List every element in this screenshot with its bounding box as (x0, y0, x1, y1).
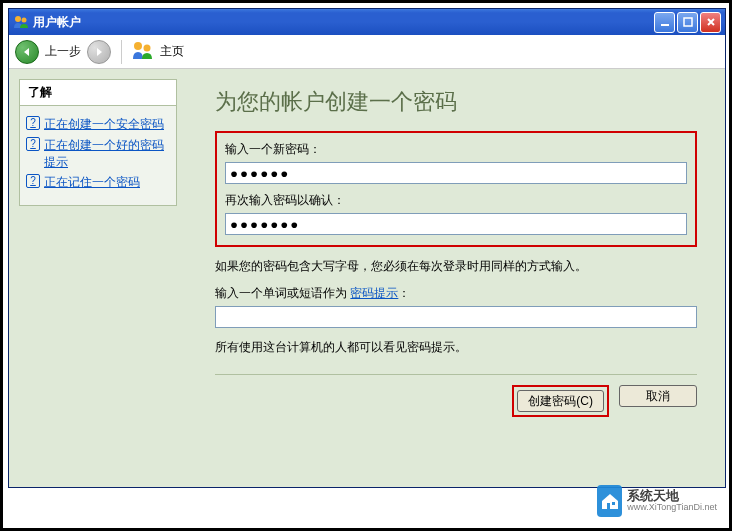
confirm-password-input[interactable] (225, 213, 687, 235)
svg-point-0 (15, 16, 21, 22)
watermark: 系统天地 www.XiTongTianDi.net (597, 484, 717, 518)
password-highlight-box: 输入一个新密码： 再次输入密码以确认： (215, 131, 697, 247)
svg-point-1 (22, 18, 27, 23)
password-hint-label: 输入一个单词或短语作为 密码提示： (215, 285, 697, 302)
maximize-button[interactable] (677, 12, 698, 33)
forward-button (87, 40, 111, 64)
users-icon (13, 14, 29, 30)
learn-panel-header: 了解 (20, 80, 176, 106)
button-row: 创建密码(C) 取消 (215, 385, 697, 417)
body-area: 了解 ? 正在创建一个安全密码 ? 正在创建一个好的密码提示 ? 正在记住一个密 (9, 69, 725, 487)
help-link-password-hint[interactable]: ? 正在创建一个好的密码提示 (26, 137, 170, 171)
divider (215, 374, 697, 375)
caps-lock-note: 如果您的密码包含大写字母，您必须在每次登录时用同样的方式输入。 (215, 257, 697, 275)
minimize-button[interactable] (654, 12, 675, 33)
new-password-label: 输入一个新密码： (225, 141, 687, 158)
help-icon: ? (26, 137, 40, 151)
home-icon (132, 40, 154, 63)
help-icon: ? (26, 174, 40, 188)
svg-point-4 (134, 42, 142, 50)
help-icon: ? (26, 116, 40, 130)
back-label[interactable]: 上一步 (45, 43, 81, 60)
help-link-secure-password[interactable]: ? 正在创建一个安全密码 (26, 116, 170, 133)
create-button-highlight: 创建密码(C) (512, 385, 609, 417)
hint-visibility-note: 所有使用这台计算机的人都可以看见密码提示。 (215, 338, 697, 356)
content-area: 为您的帐户创建一个密码 输入一个新密码： 再次输入密码以确认： 如果您的密码包含… (187, 69, 725, 487)
create-password-button[interactable]: 创建密码(C) (517, 390, 604, 412)
home-label[interactable]: 主页 (160, 43, 184, 60)
sidebar: 了解 ? 正在创建一个安全密码 ? 正在创建一个好的密码提示 ? 正在记住一个密 (9, 69, 187, 487)
page-title: 为您的帐户创建一个密码 (215, 87, 697, 117)
help-link-label: 正在创建一个安全密码 (44, 116, 164, 133)
window-title: 用户帐户 (33, 14, 652, 31)
cancel-button[interactable]: 取消 (619, 385, 697, 407)
help-link-label: 正在记住一个密码 (44, 174, 140, 191)
titlebar[interactable]: 用户帐户 (9, 9, 725, 35)
svg-rect-6 (607, 503, 610, 509)
help-link-label: 正在创建一个好的密码提示 (44, 137, 170, 171)
house-icon (597, 485, 622, 517)
help-link-remember-password[interactable]: ? 正在记住一个密码 (26, 174, 170, 191)
back-button[interactable] (15, 40, 39, 64)
svg-point-5 (144, 45, 151, 52)
toolbar-separator (121, 40, 122, 64)
svg-rect-7 (612, 502, 615, 505)
svg-rect-2 (661, 24, 669, 26)
new-password-input[interactable] (225, 162, 687, 184)
watermark-title: 系统天地 (627, 489, 717, 502)
password-hint-input[interactable] (215, 306, 697, 328)
password-hint-link[interactable]: 密码提示 (350, 286, 398, 300)
learn-panel: 了解 ? 正在创建一个安全密码 ? 正在创建一个好的密码提示 ? 正在记住一个密 (19, 79, 177, 206)
svg-rect-3 (684, 18, 692, 26)
watermark-url: www.XiTongTianDi.net (627, 502, 717, 513)
toolbar: 上一步 主页 (9, 35, 725, 69)
close-button[interactable] (700, 12, 721, 33)
user-accounts-window: 用户帐户 上一步 (8, 8, 726, 488)
confirm-password-label: 再次输入密码以确认： (225, 192, 687, 209)
